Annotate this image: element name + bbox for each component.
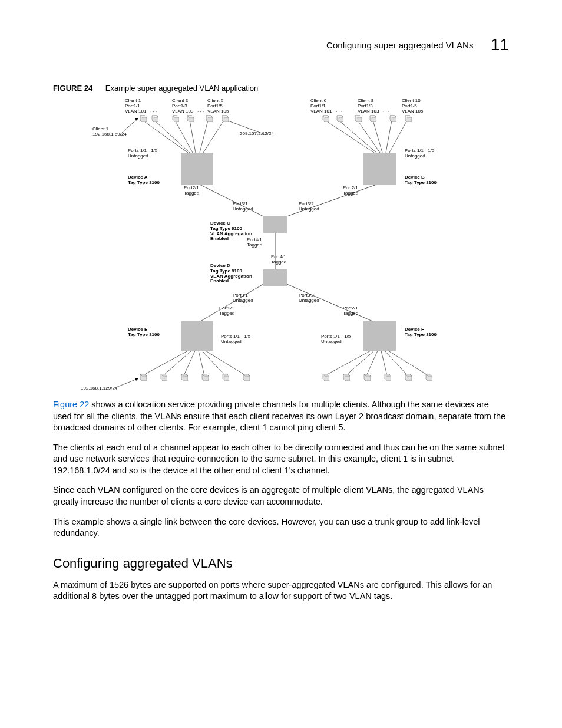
figure-label: FIGURE 24 (53, 84, 92, 93)
device-icon (353, 114, 362, 122)
device-f-box (363, 321, 396, 351)
port32-label: Port3/2Untagged (299, 293, 319, 304)
figure-text: Example super aggregated VLAN applicatio… (105, 84, 258, 93)
device-icon (368, 114, 376, 122)
dots: . . . (336, 108, 342, 114)
figure-link[interactable]: Figure 22 (53, 400, 89, 409)
svg-line-33 (388, 351, 428, 375)
dots: . . . (150, 108, 157, 114)
paragraph-3: Since each VLAN configured on the core d… (53, 485, 509, 508)
device-a-box (181, 153, 213, 185)
section-heading: Configuring aggregated VLANs (53, 556, 509, 571)
device-e-label: Device ETag Type 8100 (128, 327, 160, 338)
ports-untagged-label: Ports 1/1 - 1/5Untagged (405, 149, 434, 159)
device-icon (335, 114, 343, 122)
client-label: Client 3 Port1/3 VLAN 103 (172, 98, 193, 114)
svg-line-24 (202, 351, 225, 375)
ports-untagged-label: Ports 1/1 - 1/5Untagged (321, 334, 351, 345)
device-icon (321, 114, 329, 122)
svg-line-21 (163, 351, 191, 375)
port31-label: Port3/1Untagged (233, 293, 253, 304)
ip-209-label: 209.157.2.12/24 (240, 131, 274, 137)
svg-line-10 (339, 120, 376, 153)
diagram: Client 1 Port1/1 VLAN 101 . . . Client 3… (92, 98, 470, 387)
paragraph-5: A maximum of 1526 bytes are supported on… (53, 579, 509, 602)
device-icon (171, 114, 179, 122)
client-label: Client 5 Port1/5 VLAN 105 (207, 98, 229, 114)
device-icon (404, 373, 412, 381)
svg-line-32 (385, 351, 408, 375)
client-label: Client 6 Port1/1 VLAN 101 (310, 98, 332, 114)
device-icon (220, 114, 229, 122)
device-c-label: Device CTag Type 9100VLAN AggregationEna… (210, 221, 252, 242)
svg-line-30 (366, 351, 378, 375)
header-title: Configuring super aggregated VLANs (326, 40, 473, 50)
device-icon (404, 114, 412, 122)
device-icon (138, 373, 147, 381)
device-icon (186, 114, 194, 122)
svg-line-9 (325, 120, 374, 153)
paragraph-1: Figure 22 shows a collocation service pr… (53, 399, 509, 434)
device-icon (321, 373, 329, 381)
svg-line-3 (190, 120, 196, 153)
device-d-label: Device DTag Type 9100VLAN AggregationEna… (210, 263, 252, 284)
port21-label: Port2/1Tagged (219, 306, 234, 317)
svg-line-2 (175, 120, 193, 153)
page-header: Configuring super aggregated VLANs 11 (53, 35, 509, 54)
svg-line-5 (203, 120, 224, 153)
device-b-label: Device BTag Type 8100 (405, 175, 437, 186)
device-icon (138, 114, 147, 122)
port32-label: Port3/2Untagged (299, 202, 319, 212)
device-c-box (263, 216, 287, 233)
svg-line-11 (358, 120, 380, 153)
device-icon (159, 373, 167, 381)
port21-label: Port2/1Tagged (184, 186, 199, 196)
svg-line-15 (199, 184, 263, 216)
device-icon (204, 114, 213, 122)
port31-label: Port3/1Untagged (233, 202, 253, 212)
svg-line-20 (143, 351, 188, 375)
port21-label: Port2/1Tagged (343, 306, 358, 317)
svg-line-25 (206, 351, 246, 375)
svg-line-22 (184, 351, 195, 375)
device-d-box (263, 269, 287, 286)
device-icon (200, 373, 209, 381)
svg-line-12 (373, 120, 382, 153)
device-icon (180, 373, 188, 381)
device-icon (242, 373, 250, 381)
dots: . . . (383, 108, 389, 114)
device-a-label: Device ATag Type 8100 (128, 175, 160, 186)
svg-line-13 (386, 120, 392, 153)
ports-untagged-label: Ports 1/1 - 1/5Untagged (221, 334, 250, 345)
device-icon (424, 373, 432, 381)
paragraph-2: The clients at each end of a channel app… (53, 442, 509, 477)
svg-line-31 (381, 351, 387, 375)
svg-line-29 (346, 351, 374, 375)
svg-line-26 (116, 378, 138, 387)
client-label: Client 1 Port1/1 VLAN 101 (125, 98, 146, 114)
device-icon (150, 114, 158, 122)
svg-line-1 (154, 120, 190, 153)
device-e-box (181, 321, 213, 351)
device-icon (221, 373, 229, 381)
bottom-ip-label: 192.168.1.129/24 (81, 386, 117, 391)
chapter-number: 11 (491, 35, 509, 54)
device-icon (342, 373, 350, 381)
paragraph-4: This example shows a single link between… (53, 516, 509, 539)
port41-label: Port4/1Tagged (247, 238, 262, 248)
device-icon (388, 114, 396, 122)
port21-label: Port2/1Tagged (343, 186, 358, 196)
port41-label: Port4/1Tagged (271, 255, 286, 265)
device-f-label: Device FTag Type 8100 (405, 327, 437, 338)
device-icon (362, 373, 371, 381)
dots: . . . (197, 108, 204, 114)
client-label: Client 8 Port1/3 VLAN 103 (358, 98, 379, 114)
figure-caption: FIGURE 24 Example super aggregated VLAN … (53, 84, 509, 93)
svg-line-4 (200, 120, 208, 153)
ports-untagged-label: Ports 1/1 - 1/5Untagged (128, 149, 157, 159)
client1-ip-label: Client 1192.168.1.69/24 (92, 127, 127, 137)
device-b-box (363, 153, 396, 185)
svg-line-18 (199, 284, 263, 322)
device-icon (383, 373, 391, 381)
client-label: Client 10 Port1/5 VLAN 105 (402, 98, 423, 114)
